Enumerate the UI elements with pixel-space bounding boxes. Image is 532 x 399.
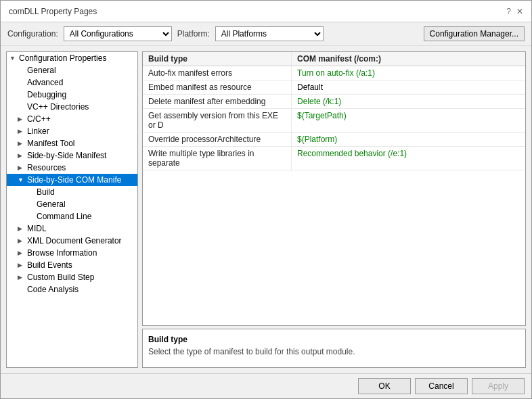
apply-button[interactable]: Apply [472, 378, 525, 394]
tree-arrow-resources [18, 164, 27, 171]
tree-item-build-events[interactable]: Build Events [7, 259, 137, 271]
tree-arrow-cpp [18, 116, 27, 122]
config-manager-button[interactable]: Configuration Manager... [424, 26, 525, 41]
configuration-select[interactable]: All Configurations [64, 26, 172, 41]
button-row: OK Cancel Apply [1, 373, 531, 398]
prop-name-1: Embed manifest as resource [143, 80, 292, 94]
tree-panel[interactable]: Configuration PropertiesGeneralAdvancedD… [6, 51, 138, 368]
title-bar-controls: ? ✕ [506, 7, 523, 16]
tree-item-advanced[interactable]: Advanced [7, 76, 137, 89]
prop-row-4[interactable]: Override processorArchitecture$(Platform… [143, 133, 525, 147]
tree-item-debugging[interactable]: Debugging [7, 89, 137, 101]
main-content: Configuration PropertiesGeneralAdvancedD… [1, 46, 531, 373]
tree-label-resources: Resources [27, 163, 135, 172]
description-box: Build type Select the type of manifest t… [142, 329, 526, 368]
tree-arrow-manifest-tool [18, 140, 27, 147]
prop-header-name: Build type [143, 52, 292, 66]
configuration-label: Configuration: [7, 29, 58, 39]
ok-button[interactable]: OK [358, 378, 411, 394]
tree-arrow-config-props [9, 55, 19, 62]
tree-label-side-by-side: Side-by-Side Manifest [27, 151, 135, 160]
tree-label-browse-info: Browse Information [27, 248, 135, 258]
tree-arrow-custom-build [18, 274, 27, 281]
tree-label-code-analysis: Code Analysis [27, 285, 135, 294]
tree-item-build[interactable]: Build [7, 186, 137, 198]
prop-name-4: Override processorArchitecture [143, 133, 292, 146]
prop-name-3: Get assembly version from this EXE or D [143, 109, 292, 132]
dialog-title: comDLL Property Pages [9, 7, 97, 16]
tree-arrow-xml-doc [18, 237, 27, 244]
tree-item-browse-info[interactable]: Browse Information [7, 247, 137, 259]
description-title: Build type [148, 335, 520, 344]
prop-value-1: Default [292, 80, 525, 94]
tree-label-command-line: Command Line [37, 212, 135, 221]
prop-row-5[interactable]: Write multiple type libraries in separat… [143, 147, 525, 170]
prop-row-1[interactable]: Embed manifest as resourceDefault [143, 80, 525, 95]
tree-label-xml-doc: XML Document Generator [27, 236, 135, 245]
prop-name-2: Delete manifest after embedding [143, 95, 292, 108]
tree-arrow-side-by-side [18, 152, 27, 159]
prop-value-5: Recommended behavior (/e:1) [292, 147, 525, 170]
prop-value-2: Delete (/k:1) [292, 95, 525, 108]
config-row: Configuration: All Configurations Platfo… [1, 22, 531, 46]
tree-label-config-props: Configuration Properties [19, 53, 135, 63]
tree-arrow-linker [18, 128, 27, 135]
tree-label-general: General [27, 66, 135, 75]
tree-arrow-build-events [18, 262, 27, 268]
tree-item-config-props[interactable]: Configuration Properties [7, 52, 137, 64]
tree-item-xml-doc[interactable]: XML Document Generator [7, 235, 137, 247]
close-button[interactable]: ✕ [516, 7, 523, 16]
platform-select[interactable]: All Platforms [215, 26, 324, 41]
cancel-button[interactable]: Cancel [415, 378, 468, 394]
tree-label-custom-build: Custom Build Step [27, 273, 135, 282]
tree-label-linker: Linker [27, 126, 135, 136]
tree-item-side-by-side[interactable]: Side-by-Side Manifest [7, 149, 137, 162]
help-button[interactable]: ? [506, 7, 511, 16]
tree-item-resources[interactable]: Resources [7, 162, 137, 174]
tree-arrow-midl [18, 225, 27, 232]
prop-header-value: COM manifest (/com:) [292, 52, 525, 66]
tree-item-custom-build[interactable]: Custom Build Step [7, 271, 137, 283]
platform-label: Platform: [177, 29, 210, 39]
tree-item-command-line[interactable]: Command Line [7, 210, 137, 222]
tree-arrow-browse-info [18, 250, 27, 256]
tree-label-manifest-tool: Manifest Tool [27, 139, 135, 148]
right-panel: Build type COM manifest (/com:) Auto-fix… [142, 51, 526, 368]
tree-label-cpp: C/C++ [27, 114, 135, 124]
tree-label-debugging: Debugging [27, 90, 135, 99]
tree-item-code-analysis[interactable]: Code Analysis [7, 283, 137, 296]
description-text: Select the type of manifest to build for… [148, 347, 520, 356]
tree-item-midl[interactable]: MIDL [7, 222, 137, 235]
prop-row-3[interactable]: Get assembly version from this EXE or D$… [143, 109, 525, 133]
tree-label-vcpp-dirs: VC++ Directories [27, 102, 135, 112]
prop-value-4: $(Platform) [292, 133, 525, 146]
tree-arrow-side-by-side-com [18, 177, 27, 183]
tree-label-build: Build [37, 187, 135, 197]
tree-label-midl: MIDL [27, 224, 135, 233]
prop-name-0: Auto-fix manifest errors [143, 66, 292, 80]
tree-item-general2[interactable]: General [7, 198, 137, 210]
tree-item-linker[interactable]: Linker [7, 125, 137, 137]
prop-value-3: $(TargetPath) [292, 109, 525, 132]
tree-item-vcpp-dirs[interactable]: VC++ Directories [7, 101, 137, 113]
tree-label-advanced: Advanced [27, 78, 135, 87]
tree-item-general[interactable]: General [7, 64, 137, 76]
tree-label-build-events: Build Events [27, 260, 135, 270]
prop-value-0: Turn on auto-fix (/a:1) [292, 66, 525, 80]
title-bar: comDLL Property Pages ? ✕ [1, 1, 531, 22]
prop-row-0[interactable]: Auto-fix manifest errorsTurn on auto-fix… [143, 66, 525, 80]
tree-item-manifest-tool[interactable]: Manifest Tool [7, 137, 137, 149]
prop-name-5: Write multiple type libraries in separat… [143, 147, 292, 170]
tree-label-general2: General [37, 200, 135, 209]
properties-header: Build type COM manifest (/com:) [143, 52, 525, 66]
dialog: comDLL Property Pages ? ✕ Configuration:… [0, 0, 532, 399]
tree-item-side-by-side-com[interactable]: Side-by-Side COM Manife [7, 174, 137, 186]
tree-item-cpp[interactable]: C/C++ [7, 113, 137, 125]
prop-row-2[interactable]: Delete manifest after embeddingDelete (/… [143, 95, 525, 109]
properties-table: Build type COM manifest (/com:) Auto-fix… [142, 51, 526, 326]
tree-label-side-by-side-com: Side-by-Side COM Manife [27, 175, 135, 185]
